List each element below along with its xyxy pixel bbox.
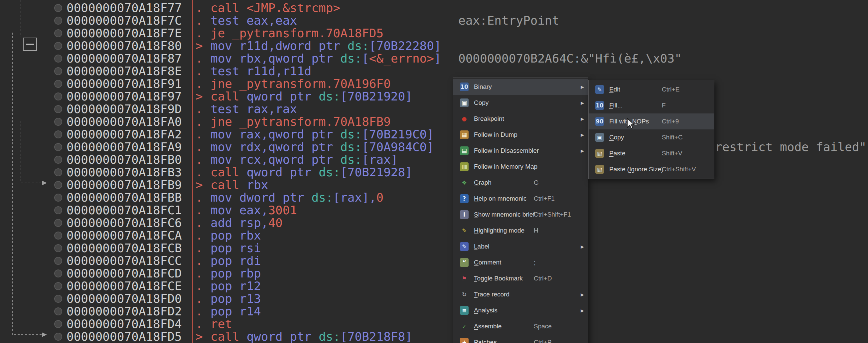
disassembly-row[interactable]: 0000000070A18F97>call qword ptr ds:[70B2… [0,90,868,103]
disassembly-row[interactable]: 0000000070A18F80>mov r11d,dword ptr ds:[… [0,39,868,52]
disassembly-row[interactable]: 0000000070A18FC6.add rsp,40 [0,217,868,229]
disassembly-row[interactable]: 0000000070A18F7C.test eax,eaxeax:EntryPo… [0,14,868,27]
gutter-dot[interactable] [54,156,62,164]
gutter-dot[interactable] [54,92,62,100]
gutter-dot[interactable] [54,333,62,341]
menu-item-show-mnemonic-brief[interactable]: iShow mnemonic briefCtrl+Shift+F1 [453,207,588,223]
disassembly-row[interactable]: 0000000070A18FA0.jne _pytransform.70A18F… [0,116,868,128]
disassembly-row[interactable]: 0000000070A18FD5>call qword ptr ds:[70B2… [0,330,868,343]
gutter-dot[interactable] [54,257,62,265]
gutter-dot[interactable] [54,17,62,25]
instruction: pop rdi [211,254,261,267]
menu-item-analysis[interactable]: ≡Analysis▶ [453,303,588,318]
disassembly-row[interactable]: 0000000070A18FCE.pop r12 [0,280,868,292]
gutter-dot[interactable] [54,55,62,63]
address: 0000000070A18FCA [66,229,182,242]
gutter-dot[interactable] [54,42,62,50]
disassembly-row[interactable]: 0000000070A18FCB.pop rsi [0,242,868,254]
menu-item-label: Graph [474,179,492,186]
gutter-dot[interactable] [54,80,62,88]
disassembly-row[interactable]: 0000000070A18FC1.mov eax,3001 [0,204,868,217]
menu-item-copy[interactable]: ▣Copy▶ [453,95,588,111]
address: 0000000070A18FA0 [66,116,182,128]
gutter-dot[interactable] [54,307,62,315]
disassembly-row[interactable]: 0000000070A18FB9>call rbx [0,179,868,191]
menu-item-label: Analysis [474,307,498,314]
menu-item-shortcut: G [534,179,539,186]
submenu-arrow-icon: ▶ [581,117,584,121]
disassembly-row[interactable]: 0000000070A18F8E.test r11d,r11d [0,65,868,77]
disassembly-row[interactable]: 0000000070A18FD0.pop r13 [0,292,868,305]
row-marker: . [195,52,203,65]
disassembly-row[interactable]: 0000000070A18FA2.mov rax,qword ptr ds:[7… [0,128,868,141]
gutter-dot[interactable] [54,231,62,240]
disassembly-row[interactable]: 0000000070A18FB0.mov rcx,qword ptr ds:[r… [0,153,868,166]
disassembly-row[interactable]: 0000000070A18F91.jne _pytransform.70A196… [0,77,868,90]
row-marker: . [195,229,203,242]
gutter-dot[interactable] [54,320,62,328]
gutter-dot[interactable] [54,29,62,37]
submenu-item-fill-with-nops[interactable]: 90Fill with NOPsCtrl+9 [589,114,714,129]
disassembly-row[interactable]: 0000000070A18FCD.pop rbp [0,267,868,280]
gutter-dot[interactable] [54,168,62,176]
instruction: call rbx [211,179,268,191]
highlighting-icon: ✎ [460,226,469,235]
menu-item-breakpoint[interactable]: ●Breakpoint▶ [453,111,588,127]
address: 0000000070A18FCE [66,280,182,292]
menu-item-highlighting-mode[interactable]: ✎Highlighting modeH [453,223,588,239]
gutter-dot[interactable] [54,244,62,252]
disassembly-row[interactable]: 0000000070A18F9D.test rax,rax [0,103,868,116]
gutter-dot[interactable] [54,105,62,113]
submenu-item-fill[interactable]: 10Fill...F [589,97,714,114]
row-marker: > [195,39,203,52]
menu-item-graph[interactable]: ❖GraphG [453,175,588,191]
gutter-dot[interactable] [54,219,62,227]
gutter-dot[interactable] [54,270,62,277]
row-marker: . [195,141,203,153]
menu-item-assemble[interactable]: ✓AssembleSpace [453,318,588,334]
menu-item-label: Fill... [609,102,623,109]
gutter-dot[interactable] [54,282,62,290]
submenu-item-copy[interactable]: ▣CopyShift+C [589,129,714,145]
menu-item-help-on-mnemonic[interactable]: ?Help on mnemonicCtrl+F1 [453,191,588,207]
menu-item-trace-record[interactable]: ↻Trace record▶ [453,286,588,303]
disassembly-row[interactable]: 0000000070A18FD4.ret [0,318,868,330]
gutter-dot[interactable] [54,295,62,303]
row-marker: . [195,14,203,27]
gutter-dot[interactable] [54,118,62,126]
gutter-dot[interactable] [54,143,62,151]
gutter-dot[interactable] [54,181,62,189]
disassembly-row[interactable]: 0000000070A18FBB.mov dword ptr ds:[rax],… [0,191,868,204]
disassembly-row[interactable]: 0000000070A18FCC.pop rdi [0,254,868,267]
menu-item-shortcut: Ctrl+P [534,339,551,343]
submenu-item-paste-ignore-size[interactable]: ▧Paste (Ignore Size)Ctrl+Shift+V [589,161,714,177]
menu-item-follow-in-dump[interactable]: ▦Follow in Dump▶ [453,127,588,143]
menu-item-toggle-bookmark[interactable]: ⚑Toggle BookmarkCtrl+D [453,271,588,286]
menu-item-follow-in-memory-map[interactable]: ▥Follow in Memory Map [453,159,588,175]
menu-item-patches[interactable]: +PatchesCtrl+P [453,334,588,343]
row-marker: . [195,305,203,318]
menu-item-follow-in-disassembler[interactable]: ▤Follow in Disassembler▶ [453,143,588,159]
instruction: ret [211,318,232,330]
submenu-item-paste[interactable]: ▧PasteShift+V [589,145,714,161]
disassembly-row[interactable]: 0000000070A18F7E.je _pytransform.70A18FD… [0,27,868,39]
menu-item-binary[interactable]: 10Binary▶ [453,79,588,95]
gutter-dot[interactable] [54,194,62,201]
submenu-item-edit[interactable]: ✎EditCtrl+E [589,82,714,97]
address: 0000000070A18FB3 [66,166,182,179]
instruction: je _pytransform.70A18FD5 [211,27,383,39]
gutter-dot[interactable] [54,130,62,138]
gutter-dot[interactable] [54,67,62,75]
disassembly-row[interactable]: 0000000070A18F87.mov rbx,qword ptr ds:[<… [0,52,868,65]
gutter-dot[interactable] [54,206,62,214]
disassembly-row[interactable]: 0000000070A18FB3.call qword ptr ds:[70B2… [0,166,868,179]
disassembly-row[interactable]: 0000000070A18FA9.mov rdx,qword ptr ds:[7… [0,141,868,153]
disassembly-row[interactable]: 0000000070A18FCA.pop rbx [0,229,868,242]
disassembly-row[interactable]: 0000000070A18F77.call <JMP.&strcmp> [0,2,868,14]
menu-item-label[interactable]: ✎Label▶ [453,239,588,254]
label-icon: ✎ [460,242,469,251]
instruction: pop rbx [211,229,261,242]
disassembly-row[interactable]: 0000000070A18FD2.pop r14 [0,305,868,318]
menu-item-comment[interactable]: “Comment; [453,254,588,271]
gutter-dot[interactable] [54,4,62,12]
